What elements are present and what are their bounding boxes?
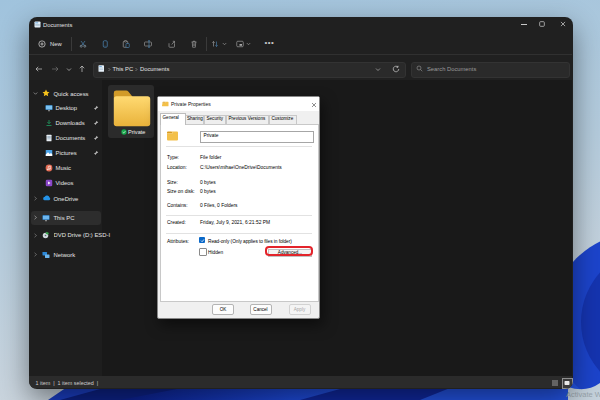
svg-text:Activate Windows: Activate Windows [566,390,600,399]
